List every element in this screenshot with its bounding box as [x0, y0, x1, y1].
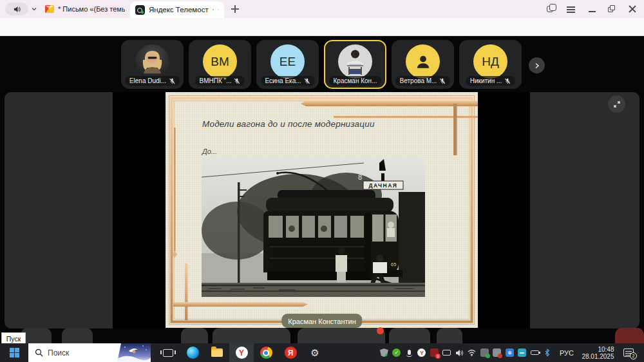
tab-telemost-title: Яндекс Телемост — [149, 6, 209, 14]
messenger-badge: 3 — [435, 354, 440, 359]
taskbar-clock[interactable]: 10:48 28.01.2025 — [582, 346, 614, 360]
phone-icon[interactable] — [480, 348, 489, 357]
gear-icon: ⚙ — [310, 347, 319, 359]
mic-tray-icon[interactable] — [405, 348, 413, 357]
clock-time: 10:48 — [598, 346, 614, 353]
taskbar-chrome[interactable] — [254, 343, 278, 362]
action-center-icon[interactable]: 2 — [623, 348, 634, 357]
taskbar-settings[interactable]: ⚙ — [303, 343, 327, 362]
taskbar-explorer[interactable] — [205, 343, 229, 362]
tab-list-chevron-icon[interactable] — [31, 6, 37, 12]
taskbar-edge[interactable] — [180, 343, 205, 362]
person-icon — [415, 53, 431, 70]
participant-tile[interactable]: НД Никитин ... — [459, 40, 522, 89]
wifi-icon[interactable] — [468, 348, 476, 357]
presentation-slide: Модели вагона до и после модернизации До… — [166, 92, 478, 328]
participant-tile[interactable]: Elena Dudi... — [121, 40, 184, 89]
avatar-initials: ЕЕ — [279, 55, 296, 69]
participant-tile[interactable]: ВМ ВМНПК "... — [189, 40, 251, 89]
tab-telemost[interactable]: Яндекс Телемост — [130, 1, 224, 18]
participant-tile-active-speaker[interactable]: Красман Кон... — [324, 40, 386, 89]
notification-dot — [377, 327, 384, 334]
system-tray: ✓ Y 3 ❄ РУС 10:48 28.01.2025 — [380, 346, 644, 360]
woman-photo-avatar — [135, 44, 169, 79]
yandex-browser-icon: Y — [236, 347, 248, 359]
avatar: НД — [473, 44, 507, 79]
telemost-favicon — [135, 5, 145, 15]
taskbar-yandex[interactable]: Я — [278, 343, 303, 362]
yandex-tray-icon[interactable]: Y — [417, 348, 426, 357]
search-highlight-image — [117, 343, 151, 362]
avatar: ЕЕ — [270, 44, 305, 79]
tram-sign-text: ДАЧНАЯ — [369, 182, 398, 189]
avatar: ВМ — [203, 44, 237, 79]
battery-icon[interactable] — [531, 348, 539, 357]
participant-name: Красман Кон... — [334, 77, 377, 84]
browser-toolbar: Я telemost.yandex.ru Яндекс Телемост — [0, 18, 644, 36]
mic-muted-icon — [234, 78, 240, 84]
windows-logo-icon — [10, 348, 19, 357]
chevron-right-icon — [534, 62, 540, 69]
window-restore-button[interactable] — [607, 5, 616, 14]
tram-photo: ДАЧНАЯ 8 65 — [202, 157, 425, 297]
mic-muted-icon — [439, 78, 446, 84]
tab-speaker-icon[interactable] — [213, 6, 214, 13]
taskbar-yandex-browser[interactable]: Y — [229, 343, 254, 362]
speaker-icon — [14, 6, 21, 13]
defender-icon[interactable] — [380, 348, 388, 357]
messenger-icon[interactable]: 3 — [430, 348, 439, 357]
tab-mail-title: * Письмо «(Без темы)» — — [58, 5, 125, 13]
fullscreen-button[interactable] — [608, 95, 625, 113]
language-indicator[interactable]: РУС — [560, 349, 574, 357]
taskbar-search[interactable]: Поиск — [28, 343, 151, 362]
remote-app-icon[interactable] — [518, 348, 526, 357]
yandex-icon: Я — [285, 347, 297, 359]
avatar — [406, 44, 440, 79]
taskbar: Поиск Y Я ⚙ ✓ Y 3 — [0, 343, 644, 362]
tab-mail[interactable]: * Письмо «(Без темы)» — — [43, 2, 128, 16]
tab-panels-icon[interactable] — [547, 6, 553, 12]
browser-tabstrip: * Письмо «(Без темы)» — Яндекс Телемост — [0, 0, 644, 18]
clock-date: 28.01.2025 — [582, 353, 614, 360]
mic-muted-icon — [304, 78, 310, 84]
participant-name: Есина Ека... — [265, 77, 301, 84]
cast-icon[interactable] — [442, 348, 451, 357]
camera-blocked-icon[interactable] — [493, 348, 501, 357]
participant-name: Ветрова М... — [400, 77, 437, 84]
man-photo-avatar — [338, 44, 372, 79]
start-button[interactable] — [0, 343, 28, 362]
tram-car-number: 65 — [391, 262, 396, 267]
new-tab-button[interactable] — [231, 5, 240, 14]
task-view-icon — [163, 349, 173, 357]
slide-before-label: До... — [202, 148, 217, 155]
tab-close-icon[interactable] — [218, 7, 219, 13]
participant-tile[interactable]: ЕЕ Есина Ека... — [256, 40, 319, 89]
participants-next-button[interactable] — [529, 57, 545, 73]
avatar-initials: ВМ — [211, 55, 229, 69]
notification-count: 2 — [630, 352, 637, 359]
task-view-button[interactable] — [156, 343, 180, 362]
mic-muted-icon — [169, 78, 175, 84]
tram-route-number: 8 — [358, 173, 362, 181]
slide-title: Модели вагона до и после модернизации — [202, 119, 375, 129]
sync-ok-icon[interactable]: ✓ — [392, 348, 401, 357]
search-placeholder: Поиск — [48, 348, 69, 357]
avatar — [338, 44, 372, 79]
participant-name: Elena Dudi... — [129, 77, 166, 84]
tab-sound-button[interactable] — [5, 3, 28, 15]
snowflake-icon[interactable]: ❄ — [506, 348, 514, 357]
mic-muted-icon — [504, 78, 511, 84]
bluetooth-icon[interactable] — [543, 348, 551, 357]
browser-menu-icon[interactable] — [567, 5, 576, 14]
folder-icon — [211, 348, 223, 357]
participant-tile[interactable]: Ветрова М... — [392, 40, 454, 89]
avatar-initials: НД — [482, 55, 499, 69]
edge-icon — [187, 347, 199, 359]
chrome-icon — [260, 347, 272, 359]
desktop: * Письмо «(Без темы)» — Яндекс Телемост … — [0, 0, 644, 362]
avatar — [135, 44, 169, 79]
window-minimize-button[interactable] — [588, 5, 597, 14]
active-speaker-label: Красман Константин — [281, 314, 362, 328]
window-close-button[interactable] — [628, 5, 637, 14]
volume-icon[interactable] — [455, 348, 464, 357]
